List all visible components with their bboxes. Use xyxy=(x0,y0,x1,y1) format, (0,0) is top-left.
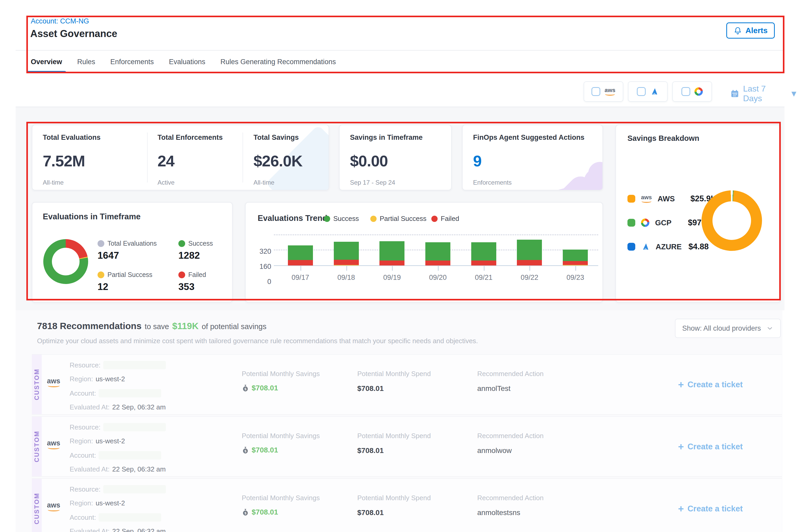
legend-label: Failed xyxy=(188,271,206,279)
redacted-account-value xyxy=(99,513,161,521)
recommendation-row: CUSTOM aws Resource: Region:us-west-2 Ac… xyxy=(32,416,782,477)
legend-value: 1647 xyxy=(97,250,119,261)
savings-amount: $708.01 xyxy=(252,508,278,516)
success-dot xyxy=(324,216,330,222)
calendar-icon xyxy=(730,89,739,98)
aws-checkbox[interactable] xyxy=(591,87,600,96)
card-title: Evaluations Trend xyxy=(258,214,327,223)
breakdown-row-azure: AZURE $4.88 xyxy=(627,241,709,253)
x-axis-tick xyxy=(438,266,439,271)
bar-segment-success xyxy=(425,242,450,261)
trend-bar-09/17: 09/17 xyxy=(278,233,323,265)
azure-logo-icon xyxy=(641,242,650,251)
caret-down-icon: ▼ xyxy=(790,89,798,99)
gcp-logo-icon xyxy=(641,218,649,227)
tab-overview[interactable]: Overview xyxy=(31,58,62,73)
evaluations-trend-bar-chart: 09/1709/1809/1909/2009/2109/2209/23 xyxy=(278,233,598,265)
redacted-account-value xyxy=(99,451,161,459)
x-axis-label: 09/21 xyxy=(475,273,493,282)
redacted-resource-value xyxy=(103,485,166,493)
chevron-down-icon xyxy=(766,325,774,332)
bar-segment-failed xyxy=(471,261,496,265)
plus-icon: + xyxy=(678,442,684,452)
save-prefix: to save xyxy=(145,322,169,331)
bar-segment-partial-success xyxy=(334,265,359,265)
region-label: Region: xyxy=(70,437,93,445)
aws-logo-icon: aws xyxy=(47,502,60,511)
recommendations-count: 7818 Recommendations xyxy=(37,321,141,331)
x-axis-tick xyxy=(484,266,484,271)
bar-segment-success xyxy=(334,242,359,260)
stat-sub: All-time xyxy=(43,179,101,186)
save-suffix: of potential savings xyxy=(202,322,266,331)
create-ticket-button[interactable]: + Create a ticket xyxy=(678,504,743,514)
savings-value: $ $708.01 xyxy=(242,384,278,392)
aws-filter-button[interactable]: aws xyxy=(584,81,623,102)
legend-value: 353 xyxy=(178,281,194,292)
create-ticket-label: Create a ticket xyxy=(687,442,743,451)
legend-label: Success xyxy=(188,240,213,247)
header-divider xyxy=(16,50,784,51)
evaluated-label: Evaluated At: xyxy=(70,527,110,532)
stat-sub: Enforcements xyxy=(473,179,584,186)
gcp-filter-button[interactable] xyxy=(672,81,712,102)
card-title: Savings Breakdown xyxy=(627,134,699,142)
tab-rules-generating-recommendations[interactable]: Rules Generating Recommendations xyxy=(220,58,336,73)
azure-filter-button[interactable] xyxy=(628,81,668,102)
action-column-label: Recommended Action xyxy=(477,494,544,502)
spend-column-label: Potential Monthly Spend xyxy=(357,494,431,502)
gcp-logo-icon xyxy=(695,87,703,96)
tab-evaluations[interactable]: Evaluations xyxy=(169,58,206,73)
legend-label: Failed xyxy=(441,215,459,223)
savings-breakdown-donut-chart xyxy=(702,190,762,251)
potential-savings-amount: $119K xyxy=(172,321,198,331)
evaluations-donut-chart xyxy=(43,239,88,284)
gcp-checkbox[interactable] xyxy=(681,87,690,96)
tab-rules[interactable]: Rules xyxy=(77,58,95,73)
x-axis-tick xyxy=(529,266,530,271)
failed-dot xyxy=(178,271,185,278)
cloud-provider-filter-dropdown[interactable]: Show: All cloud providers xyxy=(675,319,781,338)
account-label: Account: xyxy=(70,451,96,459)
bar-segment-failed xyxy=(425,261,450,265)
custom-tag: CUSTOM xyxy=(33,368,40,400)
recommendations-subtitle: Optimize your cloud assets and minimize … xyxy=(37,337,478,345)
x-axis-label: 09/19 xyxy=(383,273,401,282)
finops-actions-card: FinOps Agent Suggested Actions 9 Enforce… xyxy=(462,125,603,190)
stat-sub: Active xyxy=(157,179,223,186)
date-range-selector[interactable]: Last 7 Days ▼ xyxy=(730,84,798,103)
bar-segment-failed xyxy=(334,260,359,265)
breakdown-row-aws: aws AWS $25.9K xyxy=(627,192,717,205)
evaluated-label: Evaluated At: xyxy=(70,465,110,473)
alerts-button[interactable]: Alerts xyxy=(726,22,775,39)
failed-dot xyxy=(431,216,438,222)
custom-tag: CUSTOM xyxy=(33,431,40,462)
provider-name: AZURE xyxy=(656,243,683,251)
evaluations-timeframe-card: Evaluations in Timeframe Total Evaluatio… xyxy=(32,202,233,303)
azure-swatch xyxy=(627,243,635,251)
x-axis-label: 09/20 xyxy=(429,273,447,282)
bar-segment-failed xyxy=(563,261,588,265)
aws-logo-icon: aws xyxy=(47,440,60,449)
account-breadcrumb[interactable]: Account: CCM-NG xyxy=(31,17,89,25)
legend-value: 12 xyxy=(97,281,108,292)
create-ticket-button[interactable]: + Create a ticket xyxy=(678,380,743,390)
savings-amount: $708.01 xyxy=(252,384,278,392)
stat-divider xyxy=(243,132,243,183)
create-ticket-button[interactable]: + Create a ticket xyxy=(678,442,743,452)
breakdown-row-gcp: GCP $97.19 xyxy=(627,216,713,229)
total-evaluations-dot xyxy=(97,240,104,247)
redacted-account-value xyxy=(99,389,161,397)
create-ticket-label: Create a ticket xyxy=(687,504,743,513)
x-axis-tick xyxy=(392,266,393,271)
stat-value: $0.00 xyxy=(350,152,423,170)
bar-segment-success xyxy=(471,242,496,261)
legend-label: Partial Success xyxy=(380,215,426,223)
azure-checkbox[interactable] xyxy=(637,87,646,96)
tab-enforcements[interactable]: Enforcements xyxy=(110,58,154,73)
summary-stats-card: Total Evaluations 7.52M All-time Total E… xyxy=(32,125,329,190)
action-value: anmolTest xyxy=(477,384,511,393)
redacted-resource-value xyxy=(103,423,166,431)
filter-selected-value: Show: All cloud providers xyxy=(682,324,761,332)
alerts-label: Alerts xyxy=(745,26,767,35)
